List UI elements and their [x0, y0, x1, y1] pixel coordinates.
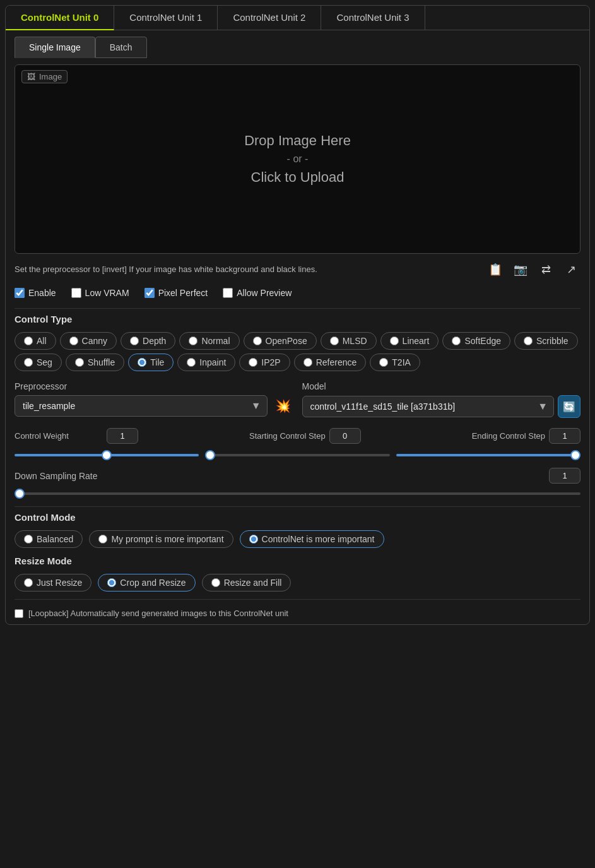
arrow-icon[interactable]: ↗ — [562, 260, 580, 279]
ct-openpose[interactable]: OpenPose — [244, 332, 317, 350]
starting-step-slider[interactable] — [205, 454, 389, 456]
info-bar: Set the preprocessor to [invert] If your… — [15, 260, 580, 279]
allow-preview-checkbox[interactable]: Allow Preview — [223, 288, 292, 298]
control-type-grid: All Canny Depth Normal OpenPose MLSD Lin… — [6, 330, 589, 376]
rm-resize-and-fill[interactable]: Resize and Fill — [202, 574, 292, 592]
starting-step-label: Starting Control Step — [249, 431, 326, 441]
or-text: - or - — [287, 153, 309, 165]
tab-unit-1[interactable]: ControlNet Unit 1 — [114, 6, 218, 30]
three-sliders-row — [6, 444, 589, 465]
starting-step-value: 0 — [329, 428, 361, 444]
info-text: Set the preprocessor to [invert] If your… — [15, 263, 486, 276]
loopback-row: [Loopback] Automatically send generated … — [6, 602, 589, 624]
model-select-wrapper: control_v11f1e_sd15_tile [a371b31b] ▼ — [302, 396, 555, 417]
control-mode-label: Control Mode — [6, 509, 589, 528]
main-tabs: ControlNet Unit 0 ControlNet Unit 1 Cont… — [6, 6, 589, 30]
ct-mlsd[interactable]: MLSD — [321, 332, 377, 350]
control-weight-label: Control Weight — [15, 431, 103, 441]
controlnet-panel: ControlNet Unit 0 ControlNet Unit 1 Cont… — [5, 5, 590, 625]
loopback-label: [Loopback] Automatically send generated … — [28, 609, 288, 618]
preprocessor-select-wrapper: tile_resample none invert ▼ 💥 — [15, 395, 293, 417]
tab-batch[interactable]: Batch — [95, 37, 147, 58]
swap-icon[interactable]: ⇄ — [536, 260, 555, 279]
divider-2 — [15, 506, 580, 507]
rm-just-resize[interactable]: Just Resize — [15, 574, 91, 592]
ending-step-slider-container — [396, 448, 580, 459]
preprocessor-select[interactable]: tile_resample none invert — [15, 395, 268, 417]
control-mode-row: Balanced My prompt is more important Con… — [6, 528, 589, 553]
ending-step-label: Ending Control Step — [472, 431, 545, 441]
cm-controlnet-important[interactable]: ControlNet is more important — [240, 530, 384, 548]
ct-scribble[interactable]: Scribble — [514, 332, 578, 350]
down-sampling-slider[interactable] — [15, 492, 580, 495]
cm-balanced[interactable]: Balanced — [15, 530, 83, 548]
resize-mode-row: Just Resize Crop and Resize Resize and F… — [6, 571, 589, 597]
ct-normal[interactable]: Normal — [179, 332, 239, 350]
ct-all[interactable]: All — [15, 332, 56, 350]
control-weight-value: 1 — [107, 428, 138, 444]
enable-checkbox[interactable]: Enable — [15, 288, 56, 298]
slider-labels-row: Control Weight 1 Starting Control Step 0… — [6, 423, 589, 444]
divider-3 — [15, 599, 580, 600]
ct-ip2p[interactable]: IP2P — [239, 354, 290, 371]
rm-crop-and-resize[interactable]: Crop and Resize — [98, 574, 195, 592]
starting-step-slider-container — [205, 448, 389, 459]
tab-unit-2[interactable]: ControlNet Unit 2 — [218, 6, 321, 30]
tab-unit-0[interactable]: ControlNet Unit 0 — [6, 6, 114, 30]
upload-label: 🖼 Image — [21, 70, 68, 83]
preprocessor-refresh-button[interactable]: 💥 — [273, 396, 293, 416]
ct-canny[interactable]: Canny — [60, 332, 117, 350]
pixel-perfect-checkbox[interactable]: Pixel Perfect — [144, 288, 208, 298]
low-vram-label: Low VRAM — [85, 288, 129, 298]
options-row: Enable Low VRAM Pixel Perfect Allow Prev… — [6, 283, 589, 306]
cm-prompt-important[interactable]: My prompt is more important — [89, 530, 233, 548]
drop-text: Drop Image Here — [244, 128, 351, 153]
model-reload-button[interactable]: 🔄 — [558, 395, 580, 418]
preprocessor-label: Preprocessor — [15, 381, 293, 391]
click-to-upload-text: Click to Upload — [251, 165, 345, 190]
inner-tabs: Single Image Batch — [6, 30, 589, 58]
image-upload-area[interactable]: 🖼 Image Drop Image Here - or - Click to … — [15, 64, 580, 254]
allow-preview-label: Allow Preview — [237, 288, 292, 298]
tab-unit-3[interactable]: ControlNet Unit 3 — [321, 6, 425, 30]
enable-input[interactable] — [15, 288, 25, 298]
enable-label: Enable — [28, 288, 56, 298]
preprocessor-col: Preprocessor tile_resample none invert ▼… — [15, 381, 293, 417]
loopback-checkbox[interactable] — [15, 609, 23, 618]
tab-single-image[interactable]: Single Image — [15, 37, 95, 58]
model-select[interactable]: control_v11f1e_sd15_tile [a371b31b] — [302, 396, 555, 417]
ct-shuffle[interactable]: Shuffle — [66, 354, 124, 371]
pixel-perfect-label: Pixel Perfect — [158, 288, 208, 298]
ct-inpaint[interactable]: Inpaint — [177, 354, 235, 371]
ending-step-value: 1 — [549, 428, 580, 444]
down-sampling-value: 1 — [549, 468, 580, 484]
down-sampling-slider-container — [6, 484, 589, 504]
low-vram-checkbox[interactable]: Low VRAM — [71, 288, 129, 298]
control-type-label: Control Type — [6, 311, 589, 330]
camera-icon[interactable]: 📷 — [511, 260, 530, 279]
ending-step-slider[interactable] — [396, 454, 580, 456]
file-icon[interactable]: 📋 — [486, 260, 505, 279]
down-sampling-row: Down Sampling Rate 1 — [6, 465, 589, 484]
model-label: Model — [302, 381, 581, 391]
ct-softedge[interactable]: SoftEdge — [442, 332, 510, 350]
ct-depth[interactable]: Depth — [121, 332, 175, 350]
ct-seg[interactable]: Seg — [15, 354, 62, 371]
pixel-perfect-input[interactable] — [144, 288, 155, 298]
ct-reference[interactable]: Reference — [294, 354, 367, 371]
info-icons: 📋 📷 ⇄ ↗ — [486, 260, 580, 279]
resize-mode-label: Resize Mode — [6, 553, 589, 571]
down-sampling-label: Down Sampling Rate — [15, 471, 98, 481]
divider-1 — [15, 308, 580, 309]
model-row: control_v11f1e_sd15_tile [a371b31b] ▼ 🔄 — [302, 395, 581, 418]
ct-t2ia[interactable]: T2IA — [370, 354, 420, 371]
image-icon: 🖼 — [27, 72, 35, 81]
ct-lineart[interactable]: Lineart — [380, 332, 439, 350]
preprocessor-model-row: Preprocessor tile_resample none invert ▼… — [6, 376, 589, 423]
allow-preview-input[interactable] — [223, 288, 233, 298]
control-weight-slider[interactable] — [15, 454, 199, 456]
low-vram-input[interactable] — [71, 288, 81, 298]
control-weight-slider-container — [15, 448, 199, 459]
model-col: Model control_v11f1e_sd15_tile [a371b31b… — [302, 381, 581, 418]
ct-tile[interactable]: Tile — [128, 354, 174, 371]
